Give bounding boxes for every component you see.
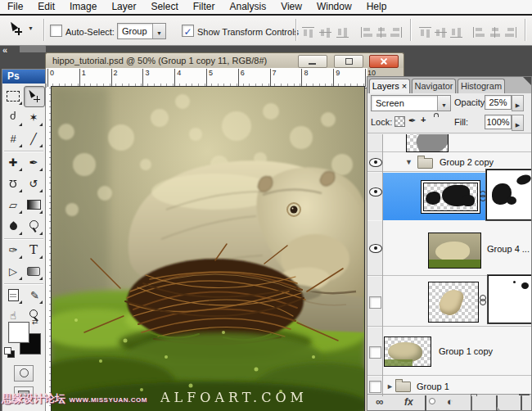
canvas[interactable]: ALFOART.COM <box>52 87 364 411</box>
menu-item-window[interactable]: Window <box>309 0 359 14</box>
distribute-horizontal-centers-icon[interactable] <box>489 27 501 38</box>
eye-icon[interactable] <box>369 158 382 167</box>
fill-spinner[interactable]: ▶ <box>512 115 524 131</box>
opacity-spinner[interactable]: ▶ <box>512 95 524 111</box>
history-brush-tool[interactable]: ↺ <box>24 174 43 193</box>
show-transform-controls-checkbox[interactable]: ✓ <box>182 25 194 37</box>
visibility-column[interactable] <box>367 221 382 275</box>
new-layer-icon[interactable] <box>496 395 498 411</box>
eraser-tool[interactable]: ▱ <box>3 195 23 215</box>
layer-name[interactable]: Group 1 copy <box>439 346 493 356</box>
add-layer-mask-icon[interactable] <box>425 395 426 411</box>
slice-tool[interactable]: ╱ <box>24 129 43 148</box>
distribute-right-edges-icon[interactable] <box>504 27 516 38</box>
move-tool-icon[interactable] <box>8 21 25 38</box>
layer-row-partial[interactable] <box>367 134 531 152</box>
menu-item-image[interactable]: Image <box>62 0 104 14</box>
opacity-value[interactable]: 25% <box>485 95 512 110</box>
link-layers-icon[interactable]: ∞ <box>376 396 383 408</box>
layer-row-group4[interactable]: Group 4 ... <box>367 221 531 276</box>
move-tool[interactable] <box>24 86 45 107</box>
layer-row-selected[interactable] <box>367 173 531 220</box>
tool-preset-dropdown-icon[interactable]: ▼ <box>28 25 34 31</box>
align-horizontal-centers-icon[interactable] <box>375 27 387 38</box>
menu-item-edit[interactable]: Edit <box>30 0 62 14</box>
layer-mask-thumbnail[interactable] <box>486 169 531 220</box>
auto-select-checkbox[interactable] <box>50 25 62 37</box>
tab-histogram[interactable]: Histogram <box>458 79 505 93</box>
menu-item-help[interactable]: Help <box>359 0 394 14</box>
visibility-column[interactable] <box>367 277 382 326</box>
visibility-column[interactable] <box>367 134 382 151</box>
toolbox-grip[interactable] <box>20 45 46 52</box>
layer-row-group1-copy[interactable]: Group 1 copy <box>367 327 531 376</box>
fill-value[interactable]: 100% <box>485 115 512 129</box>
close-button[interactable] <box>369 55 399 68</box>
lasso-tool[interactable]: ρ <box>3 107 23 127</box>
blend-mode-arrow[interactable]: ▼ <box>437 96 450 111</box>
clone-stamp-tool[interactable]: Ω <box>3 174 23 193</box>
auto-select-target-dropdown[interactable]: Group ▼ <box>117 23 166 39</box>
layer-mask-thumbnail[interactable] <box>488 275 531 323</box>
tab-navigator[interactable]: Navigator <box>412 79 456 93</box>
layer-thumbnail[interactable] <box>423 183 478 211</box>
menu-item-select[interactable]: Select <box>143 0 185 14</box>
tab-close-icon[interactable]: × <box>402 81 407 91</box>
document-titlebar[interactable]: hippo_tutorial.psd @ 50% (Group 1 copy 1… <box>46 53 404 68</box>
pen-tool[interactable]: ✑ <box>3 240 23 260</box>
shape-tool[interactable] <box>24 261 43 281</box>
gradient-tool[interactable] <box>24 195 43 215</box>
eye-icon[interactable] <box>369 187 382 196</box>
dropdown-arrow-button[interactable]: ▼ <box>152 24 165 38</box>
new-group-icon[interactable] <box>471 395 472 411</box>
layer-thumbnail[interactable] <box>406 134 449 152</box>
minimize-button[interactable] <box>298 55 327 68</box>
visibility-checkbox[interactable] <box>369 346 381 359</box>
align-right-edges-icon[interactable] <box>390 27 402 38</box>
visibility-checkbox[interactable] <box>369 381 381 393</box>
menu-item-analysis[interactable]: Analysis <box>222 0 273 14</box>
visibility-column[interactable] <box>367 153 382 171</box>
adjustment-layer-icon[interactable]: ◐ <box>447 396 453 408</box>
layer-name[interactable]: Group 1 <box>417 382 449 391</box>
blend-mode-dropdown[interactable]: Screen ▼ <box>371 95 451 111</box>
layer-row-masked[interactable] <box>367 277 531 327</box>
collapse-dock-icon[interactable]: « <box>2 45 7 55</box>
foreground-color-swatch[interactable] <box>8 322 29 343</box>
distribute-left-edges-icon[interactable] <box>473 27 485 38</box>
layer-name[interactable]: Group 4 ... <box>487 244 530 254</box>
magic-wand-tool[interactable]: ✶ <box>24 107 43 127</box>
layer-thumbnail[interactable] <box>428 233 481 269</box>
visibility-checkbox[interactable] <box>369 296 381 309</box>
menu-item-view[interactable]: View <box>273 0 309 14</box>
menu-item-layer[interactable]: Layer <box>104 0 143 14</box>
visibility-column[interactable] <box>367 377 382 395</box>
chevron-expanded-icon[interactable]: ▼ <box>405 158 413 166</box>
tab-layers[interactable]: Layers × <box>369 79 410 93</box>
distribute-top-edges-icon[interactable] <box>419 27 431 38</box>
brush-tool[interactable]: ✒ <box>24 152 43 172</box>
blur-tool[interactable] <box>3 216 23 236</box>
swap-colors-icon[interactable]: ⇄ <box>32 318 38 326</box>
eye-icon[interactable] <box>369 244 382 253</box>
distribute-bottom-edges-icon[interactable] <box>450 27 462 38</box>
align-vertical-centers-icon[interactable] <box>319 27 331 38</box>
align-top-edges-icon[interactable] <box>302 27 314 38</box>
visibility-column[interactable] <box>367 327 382 375</box>
distribute-vertical-centers-icon[interactable] <box>435 27 447 38</box>
notes-tool[interactable] <box>3 285 23 305</box>
layer-thumbnail[interactable] <box>384 336 431 367</box>
restore-button[interactable] <box>334 55 363 68</box>
spot-healing-brush-tool[interactable]: ✚ <box>3 152 23 172</box>
link-mask-icon[interactable] <box>479 191 486 202</box>
lock-position-icon[interactable]: + <box>421 115 426 124</box>
crop-tool[interactable]: # <box>3 129 23 148</box>
quick-mask-button[interactable] <box>14 365 34 382</box>
align-bottom-edges-icon[interactable] <box>336 27 349 38</box>
menu-item-file[interactable]: File <box>0 0 30 14</box>
link-mask-icon[interactable] <box>479 295 486 306</box>
menu-item-filter[interactable]: Filter <box>186 0 223 14</box>
chevron-collapsed-icon[interactable]: ► <box>386 382 394 391</box>
eyedropper-tool[interactable]: ✐ <box>24 285 43 305</box>
lock-pixels-icon[interactable]: ✒ <box>408 115 416 126</box>
